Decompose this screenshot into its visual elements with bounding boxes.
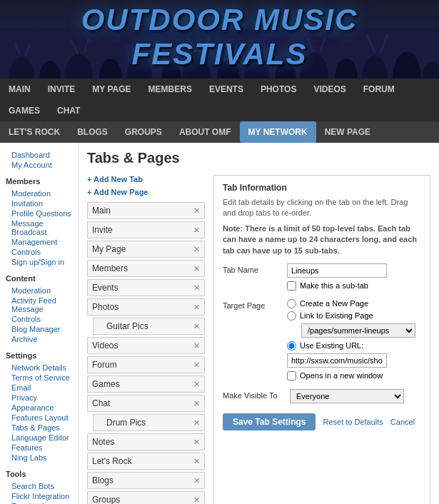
close-videos-icon[interactable]: ✕ <box>193 341 200 351</box>
sidebar-moderation-2[interactable]: Moderation <box>6 286 72 296</box>
close-blogs-icon[interactable]: ✕ <box>193 476 200 485</box>
sidebar-invitation[interactable]: Invitation <box>6 198 72 208</box>
use-url-option[interactable]: Use Existing URL: <box>287 341 421 351</box>
nav-my-network[interactable]: MY NETWORK <box>240 121 316 143</box>
link-existing-option[interactable]: Link to Existing Page <box>287 311 421 321</box>
create-new-page-option[interactable]: Create a New Page <box>287 299 421 308</box>
nav-games[interactable]: GAMES <box>0 100 49 121</box>
sidebar-profile-questions[interactable]: Profile Questions <box>6 208 72 218</box>
cancel-button[interactable]: Cancel <box>390 418 415 426</box>
new-window-option[interactable]: Opens in a new window <box>287 371 421 380</box>
tab-name-input[interactable] <box>287 263 387 278</box>
nav-lets-rock[interactable]: LET'S ROCK <box>0 121 69 143</box>
tab-item-notes[interactable]: Notes ✕ <box>87 433 205 450</box>
sidebar-language-editor[interactable]: Language Editor <box>6 433 72 443</box>
sidebar-section-settings: Settings <box>6 351 72 360</box>
close-forum-icon[interactable]: ✕ <box>193 361 200 370</box>
tab-item-lets-rock[interactable]: Let's Rock ✕ <box>87 453 205 470</box>
nav-invite[interactable]: INVITE <box>39 79 84 100</box>
tab-info-note: Note: There is a limit of 50 top-level t… <box>223 223 421 256</box>
tab-item-blogs[interactable]: Blogs ✕ <box>87 472 205 489</box>
close-notes-icon[interactable]: ✕ <box>193 438 200 447</box>
sidebar-features-layout[interactable]: Features Layout <box>6 413 72 423</box>
nav-forum[interactable]: FORUM <box>355 79 403 100</box>
sidebar-activity-feed[interactable]: Activity Feed Message <box>6 296 72 314</box>
close-groups-icon[interactable]: ✕ <box>193 495 200 505</box>
nav-mypage[interactable]: MY PAGE <box>84 79 139 100</box>
tab-item-photos[interactable]: Photos ✕ <box>87 298 205 316</box>
tab-item-games[interactable]: Games ✕ <box>87 376 205 393</box>
sidebar-search-bots[interactable]: Search Bots <box>6 481 72 491</box>
sidebar-appearance[interactable]: Appearance <box>6 403 72 413</box>
close-mypage-icon[interactable]: ✕ <box>193 245 200 254</box>
nav-events[interactable]: EVENTS <box>201 79 252 100</box>
add-new-page-button[interactable]: + Add New Page <box>87 188 148 196</box>
close-main-icon[interactable]: ✕ <box>193 206 200 216</box>
tab-item-events[interactable]: Events ✕ <box>87 279 205 296</box>
create-new-label: Create a New Page <box>300 299 368 308</box>
save-tab-settings-button[interactable]: Save Tab Settings <box>223 413 316 430</box>
sidebar-controls-1[interactable]: Controls <box>6 247 72 257</box>
tab-item-chat[interactable]: Chat ✕ <box>87 395 205 412</box>
sub-tab-label-row[interactable]: Make this a sub-tab <box>287 281 421 291</box>
add-new-tab-button[interactable]: + Add New Tab <box>87 175 143 183</box>
reset-defaults-button[interactable]: Reset to Defaults <box>323 418 383 426</box>
site-title: OUTDOOR MUSIC FESTIVALS <box>0 3 439 79</box>
nav-blogs[interactable]: BLOGS <box>69 121 116 143</box>
existing-page-select[interactable]: /pages/summer-lineups/pages/about/pages/… <box>301 323 415 338</box>
sidebar-network-details[interactable]: Network Details <box>6 363 72 373</box>
sidebar-controls-2[interactable]: Controls <box>6 314 72 324</box>
close-guitar-pics-icon[interactable]: ✕ <box>193 322 200 331</box>
nav-main[interactable]: MAIN <box>0 79 39 100</box>
sidebar-tabs-pages[interactable]: Tabs & Pages <box>6 423 72 433</box>
sub-tab-checkbox[interactable] <box>287 281 296 291</box>
tab-item-videos[interactable]: Videos ✕ <box>87 337 205 354</box>
nav-new-page[interactable]: NEW PAGE <box>316 121 379 143</box>
sidebar-blog-manager[interactable]: Blog Manager <box>6 324 72 334</box>
sidebar-email[interactable]: Email <box>6 383 72 393</box>
close-chat-icon[interactable]: ✕ <box>193 399 200 408</box>
close-events-icon[interactable]: ✕ <box>193 283 200 293</box>
nav-videos[interactable]: VIDEOS <box>305 79 354 100</box>
close-lets-rock-icon[interactable]: ✕ <box>193 457 200 466</box>
sidebar-flickr[interactable]: Flickr Integration <box>6 491 72 501</box>
use-url-radio[interactable] <box>287 341 296 351</box>
sidebar-sign-up[interactable]: Sign up/Sign in <box>6 257 72 267</box>
sidebar-my-account[interactable]: My Account <box>6 160 72 170</box>
nav-chat[interactable]: CHAT <box>49 100 89 121</box>
header-banner: OUTDOOR MUSIC FESTIVALS <box>0 0 439 79</box>
sidebar-features[interactable]: Features <box>6 443 72 453</box>
sidebar-ning-labs[interactable]: Ning Labs <box>6 453 72 463</box>
sidebar-management[interactable]: Management <box>6 237 72 247</box>
nav-photos[interactable]: PHOTOS <box>252 79 305 100</box>
close-drum-pics-icon[interactable]: ✕ <box>193 418 200 428</box>
close-games-icon[interactable]: ✕ <box>193 380 200 389</box>
link-existing-radio[interactable] <box>287 311 296 321</box>
tab-item-invite[interactable]: Invite ✕ <box>87 221 205 238</box>
nav-about-omf[interactable]: ABOUT OMF <box>171 121 240 143</box>
tab-item-main[interactable]: Main ✕ <box>87 202 205 219</box>
sidebar-privacy[interactable]: Privacy <box>6 393 72 403</box>
sidebar-facebook[interactable]: Facebook Integration <box>6 501 72 504</box>
close-invite-icon[interactable]: ✕ <box>193 226 200 235</box>
sidebar-archive[interactable]: Archive <box>6 334 72 344</box>
nav-groups[interactable]: GROUPS <box>116 121 171 143</box>
close-members-icon[interactable]: ✕ <box>193 264 200 273</box>
nav-members[interactable]: MEMBERS <box>140 79 201 100</box>
tab-subitem-guitar-pics[interactable]: Guitar Pics ✕ <box>93 318 205 335</box>
sidebar-message-broadcast[interactable]: Message Broadcast <box>6 218 72 237</box>
create-new-radio[interactable] <box>287 299 296 308</box>
tab-item-groups[interactable]: Groups ✕ <box>87 491 205 504</box>
tab-item-members[interactable]: Members ✕ <box>87 260 205 277</box>
sidebar-section-tools: Tools <box>6 470 72 478</box>
new-window-checkbox[interactable] <box>287 371 296 380</box>
tab-item-forum[interactable]: Forum ✕ <box>87 356 205 373</box>
close-photos-icon[interactable]: ✕ <box>193 303 200 312</box>
visible-to-select[interactable]: EveryoneMembers onlyAdmins only <box>290 389 404 403</box>
sidebar-dashboard[interactable]: Dashboard <box>6 150 72 160</box>
sidebar-terms[interactable]: Terms of Service <box>6 373 72 383</box>
tab-subitem-drum-pics[interactable]: Drum Pics ✕ <box>93 414 205 431</box>
tab-item-mypage[interactable]: My Page ✕ <box>87 241 205 258</box>
url-input[interactable] <box>287 353 387 368</box>
sidebar-moderation-1[interactable]: Moderation <box>6 188 72 198</box>
